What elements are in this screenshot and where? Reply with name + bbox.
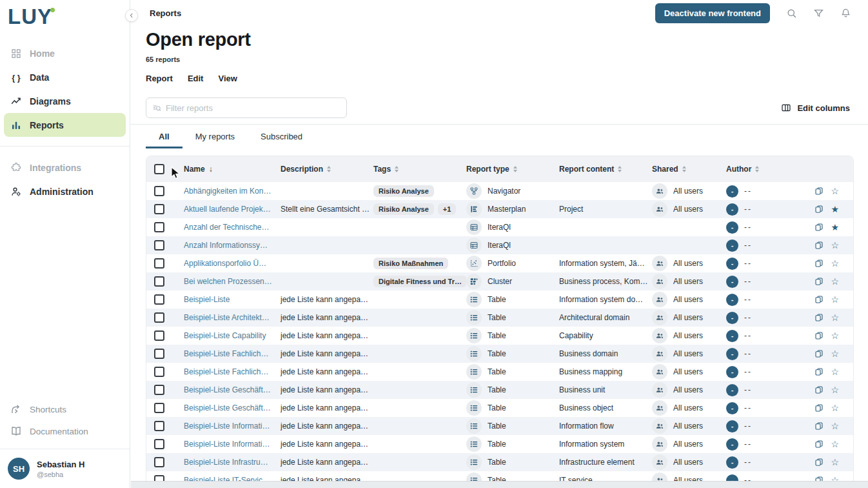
sidebar-collapse-button[interactable] [125,9,138,22]
duplicate-report-icon[interactable] [814,385,824,394]
report-name-link[interactable]: Beispiel-Liste Architekt… [184,313,270,322]
duplicate-report-icon[interactable] [814,422,824,431]
author-avatar: - [726,203,738,216]
row-checkbox[interactable] [154,457,164,467]
column-header-tags[interactable]: Tags [373,165,466,174]
tab-subscribed[interactable]: Subscribed [248,125,315,148]
favorite-star-icon[interactable]: ☆ [831,367,839,376]
menu-report[interactable]: Report [146,74,173,83]
sidebar-item-integrations[interactable]: Integrations [4,156,126,179]
duplicate-report-icon[interactable] [814,403,824,412]
favorite-star-icon[interactable]: ★ [831,205,839,214]
row-checkbox[interactable] [154,276,164,287]
duplicate-report-icon[interactable] [814,458,824,467]
row-checkbox[interactable] [154,403,164,413]
filter-icon[interactable] [813,8,824,19]
favorite-star-icon[interactable]: ☆ [831,349,839,358]
search-icon[interactable] [786,8,797,19]
column-header-report-content[interactable]: Report content [559,165,652,174]
duplicate-report-icon[interactable] [814,223,824,232]
row-checkbox[interactable] [154,204,164,214]
sidebar-item-documentation[interactable]: Documentation [4,420,126,442]
favorite-star-icon[interactable]: ☆ [831,295,839,304]
duplicate-report-icon[interactable] [814,331,824,340]
report-name-link[interactable]: Anzahl Informationssy… [184,241,268,250]
select-all-checkbox[interactable] [154,164,164,174]
tab-all[interactable]: All [146,125,182,148]
report-content-cell: Business unit [559,385,652,394]
menu-edit[interactable]: Edit [188,74,204,83]
row-checkbox[interactable] [154,330,164,341]
report-name-link[interactable]: Applikationsporfolio Ü… [184,259,266,268]
report-name-link[interactable]: Beispiel-Liste Fachlich… [184,367,268,376]
duplicate-report-icon[interactable] [814,187,824,196]
duplicate-report-icon[interactable] [814,277,824,286]
report-name-link[interactable]: Beispiel-Liste Capability [184,331,266,340]
favorite-star-icon[interactable]: ☆ [831,277,839,286]
row-checkbox[interactable] [154,349,164,359]
column-header-description[interactable]: Description [281,165,373,174]
column-header-shared[interactable]: Shared [652,165,726,174]
favorite-star-icon[interactable]: ☆ [831,385,839,394]
favorite-star-icon[interactable]: ☆ [831,440,839,449]
column-header-report-type[interactable]: Report type [466,165,559,174]
row-checkbox[interactable] [154,222,164,232]
report-type-icon [466,292,482,307]
tab-my-reports[interactable]: My reports [182,125,248,148]
report-name-link[interactable]: Beispiel-Liste Geschäft… [184,385,271,394]
favorite-star-icon[interactable]: ☆ [831,422,839,431]
row-checkbox[interactable] [154,439,164,449]
favorite-star-icon[interactable]: ☆ [831,241,839,250]
report-name-link[interactable]: Beispiel-Liste Infrastru… [184,458,268,467]
duplicate-report-icon[interactable] [814,367,824,376]
report-type-icon [466,418,482,434]
user-menu[interactable]: SH Sebastian H @sebha [0,449,130,488]
sidebar-item-reports[interactable]: Reports [4,113,126,137]
duplicate-report-icon[interactable] [814,349,824,358]
report-name-link[interactable]: Aktuell laufende Projek… [184,205,271,214]
deactivate-new-frontend-button[interactable]: Deactivate new frontend [655,3,770,23]
report-name-link[interactable]: Beispiel-Liste Fachlich… [184,349,268,358]
sidebar-item-diagrams[interactable]: Diagrams [4,89,126,113]
edit-columns-button[interactable]: Edit columns [781,103,850,113]
sidebar-item-administration[interactable]: Administration [4,179,126,203]
report-name-link[interactable]: Abhängigkeiten im Kon… [184,187,271,196]
sidebar-item-home[interactable]: Home [4,41,126,65]
column-header-author[interactable]: Author [726,165,809,174]
report-name-link[interactable]: Beispiel-Liste [184,295,230,304]
filter-reports-input[interactable] [166,103,340,113]
horizontal-scrollbar[interactable] [131,481,868,488]
notifications-bell-icon[interactable] [840,8,851,19]
row-checkbox[interactable] [154,367,164,377]
sidebar-item-shortcuts[interactable]: Shortcuts [4,398,126,420]
favorite-star-icon[interactable]: ☆ [831,331,839,340]
duplicate-report-icon[interactable] [814,241,824,250]
report-name-link[interactable]: Beispiel-Liste Geschäft… [184,403,271,412]
row-checkbox[interactable] [154,186,164,196]
row-checkbox[interactable] [154,294,164,305]
favorite-star-icon[interactable]: ☆ [831,187,839,196]
column-header-name[interactable]: Name↓ [184,165,281,174]
menu-view[interactable]: View [218,74,237,83]
duplicate-report-icon[interactable] [814,259,824,268]
row-checkbox[interactable] [154,385,164,395]
favorite-star-icon[interactable]: ★ [831,223,839,232]
row-checkbox[interactable] [154,421,164,431]
duplicate-report-icon[interactable] [814,440,824,449]
row-checkbox[interactable] [154,312,164,323]
report-name-link[interactable]: Anzahl der Technische… [184,223,270,232]
favorite-star-icon[interactable]: ☆ [831,313,839,322]
duplicate-report-icon[interactable] [814,313,824,322]
sidebar-item-data[interactable]: Data [4,65,126,89]
favorite-star-icon[interactable]: ☆ [831,403,839,412]
row-checkbox[interactable] [154,258,164,269]
favorite-star-icon[interactable]: ☆ [831,458,839,467]
duplicate-report-icon[interactable] [814,295,824,304]
row-checkbox[interactable] [154,240,164,250]
report-name-link[interactable]: Beispiel-Liste Informati… [184,440,270,449]
report-name-link[interactable]: Beispiel-Liste Informati… [184,422,270,431]
filter-reports-box[interactable] [146,97,347,118]
favorite-star-icon[interactable]: ☆ [831,259,839,268]
duplicate-report-icon[interactable] [814,205,824,214]
report-name-link[interactable]: Bei welchen Prozessen… [184,277,272,286]
